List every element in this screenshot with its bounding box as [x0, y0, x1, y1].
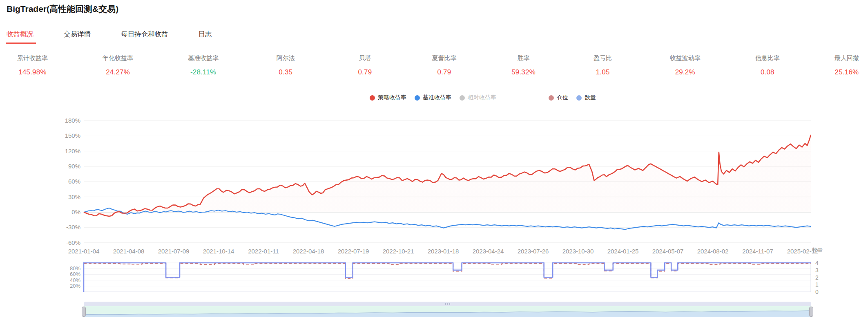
metric-value: -28.11% — [188, 68, 219, 77]
svg-text:0%: 0% — [71, 208, 80, 215]
svg-text:150%: 150% — [65, 132, 80, 139]
metric-2: 基准收益率-28.11% — [188, 54, 219, 77]
svg-text:2023-10-30: 2023-10-30 — [562, 248, 594, 255]
metric-label: 收益波动率 — [670, 54, 701, 62]
svg-text:80%: 80% — [70, 265, 80, 271]
svg-text:3: 3 — [815, 267, 819, 273]
svg-text:2: 2 — [815, 274, 819, 281]
svg-text:30%: 30% — [68, 193, 80, 200]
charts-area[interactable]: 180%150%120%90%60%30%0%-30%-60%2021-01-0… — [0, 0, 868, 327]
svg-text:180%: 180% — [65, 117, 80, 124]
main-legend-item-0[interactable]: 策略收益率 — [370, 94, 406, 101]
datazoom-track[interactable] — [84, 306, 811, 317]
metric-label: 最大回撤 — [835, 54, 859, 62]
svg-text:2021-10-14: 2021-10-14 — [203, 248, 234, 255]
secondary-legend-item-0[interactable]: 仓位 — [549, 94, 568, 101]
datazoom-grip-icon — [445, 303, 450, 305]
metric-label: 胜率 — [511, 54, 536, 62]
main-chart-svg: 180%150%120%90%60%30%0%-30%-60%2021-01-0… — [0, 0, 868, 327]
secondary-legend-item-1[interactable]: 数量 — [576, 94, 596, 101]
legend-label: 策略收益率 — [378, 94, 406, 101]
main-legend-item-2[interactable]: 相对收益率 — [460, 94, 496, 101]
legend-dot-icon — [549, 95, 554, 101]
metric-9: 信息比率0.08 — [755, 54, 780, 77]
metric-7: 盈亏比1.05 — [591, 54, 615, 77]
metric-label: 夏普比率 — [432, 54, 456, 62]
svg-text:-30%: -30% — [66, 224, 80, 231]
legend-label: 数量 — [585, 94, 596, 101]
svg-text:2024-05-07: 2024-05-07 — [652, 248, 684, 255]
metric-label: 年化收益率 — [103, 54, 133, 62]
metric-value: 1.05 — [591, 68, 615, 77]
svg-text:2021-04-08: 2021-04-08 — [113, 248, 145, 255]
svg-text:2024-01-25: 2024-01-25 — [607, 248, 639, 255]
metric-label: 阿尔法 — [273, 54, 298, 62]
metric-6: 胜率59.32% — [511, 54, 536, 77]
svg-text:60%: 60% — [68, 178, 80, 185]
legend-dot-icon — [460, 95, 465, 101]
metric-value: 29.2% — [670, 68, 701, 77]
svg-text:2023-01-18: 2023-01-18 — [428, 248, 459, 255]
metric-3: 阿尔法0.35 — [273, 54, 298, 77]
svg-text:1: 1 — [815, 281, 819, 288]
metric-0: 累计收益率145.98% — [17, 54, 48, 77]
metric-value: 0.35 — [273, 68, 298, 77]
datazoom-left-handle[interactable] — [82, 307, 86, 317]
tab-3[interactable]: 日志 — [199, 25, 212, 44]
svg-text:2022-01-11: 2022-01-11 — [248, 248, 279, 255]
legend-label: 基准收益率 — [423, 94, 451, 101]
metrics-row: 累计收益率145.98%年化收益率24.27%基准收益率-28.11%阿尔法0.… — [0, 54, 868, 77]
metric-8: 收益波动率29.2% — [670, 54, 701, 77]
metric-label: 盈亏比 — [591, 54, 615, 62]
svg-text:20%: 20% — [70, 283, 80, 289]
metric-value: 0.79 — [432, 68, 456, 77]
chart-legend: 策略收益率基准收益率相对收益率仓位数量 — [370, 94, 604, 102]
datazoom-right-handle[interactable] — [809, 307, 813, 317]
svg-text:40%: 40% — [70, 277, 80, 283]
metric-value: 24.27% — [103, 68, 133, 77]
datazoom-shadow-svg — [84, 306, 811, 317]
legend-dot-icon — [415, 95, 420, 101]
svg-text:2022-04-18: 2022-04-18 — [293, 248, 324, 255]
legend-dot-icon — [370, 95, 375, 101]
svg-text:2024-08-02: 2024-08-02 — [697, 248, 729, 255]
metric-value: 25.16% — [835, 68, 859, 77]
tab-1[interactable]: 交易详情 — [64, 25, 91, 44]
svg-text:-60%: -60% — [66, 239, 80, 246]
metric-label: 累计收益率 — [17, 54, 48, 62]
svg-text:2021-01-04: 2021-01-04 — [68, 248, 100, 255]
svg-text:2024-11-07: 2024-11-07 — [742, 248, 773, 255]
metric-value: 59.32% — [511, 68, 536, 77]
tab-bar: 收益概况交易详情每日持仓和收益日志 — [7, 25, 242, 44]
datazoom-slider[interactable] — [84, 302, 811, 318]
svg-text:数量: 数量 — [812, 247, 823, 253]
page-title: BigTrader(高性能回测&交易) — [7, 3, 118, 15]
metric-value: 0.08 — [755, 68, 780, 77]
metric-value: 0.79 — [353, 68, 377, 77]
metric-5: 夏普比率0.79 — [432, 54, 456, 77]
legend-dot-icon — [576, 95, 582, 101]
svg-text:2021-07-09: 2021-07-09 — [158, 248, 190, 255]
svg-text:2022-07-19: 2022-07-19 — [338, 248, 369, 255]
metric-value: 145.98% — [17, 68, 48, 77]
svg-text:0: 0 — [815, 289, 819, 295]
metric-4: 贝塔0.79 — [353, 54, 377, 77]
tab-bar-divider — [0, 44, 868, 44]
datazoom-move-bar[interactable] — [84, 302, 811, 306]
svg-text:90%: 90% — [68, 163, 80, 170]
svg-text:2023-07-26: 2023-07-26 — [518, 248, 549, 255]
svg-text:60%: 60% — [70, 271, 80, 277]
svg-text:2022-10-21: 2022-10-21 — [383, 248, 414, 255]
legend-label: 仓位 — [557, 94, 568, 101]
main-legend-item-1[interactable]: 基准收益率 — [415, 94, 451, 101]
legend-label: 相对收益率 — [468, 94, 496, 101]
metric-1: 年化收益率24.27% — [103, 54, 133, 77]
metric-label: 贝塔 — [353, 54, 377, 62]
tab-2[interactable]: 每日持仓和收益 — [121, 25, 168, 44]
svg-text:4: 4 — [815, 260, 819, 266]
metric-10: 最大回撤25.16% — [835, 54, 859, 77]
tab-0[interactable]: 收益概况 — [7, 25, 33, 44]
svg-text:2023-04-24: 2023-04-24 — [473, 248, 504, 255]
svg-text:120%: 120% — [65, 148, 80, 155]
metric-label: 基准收益率 — [188, 54, 219, 62]
